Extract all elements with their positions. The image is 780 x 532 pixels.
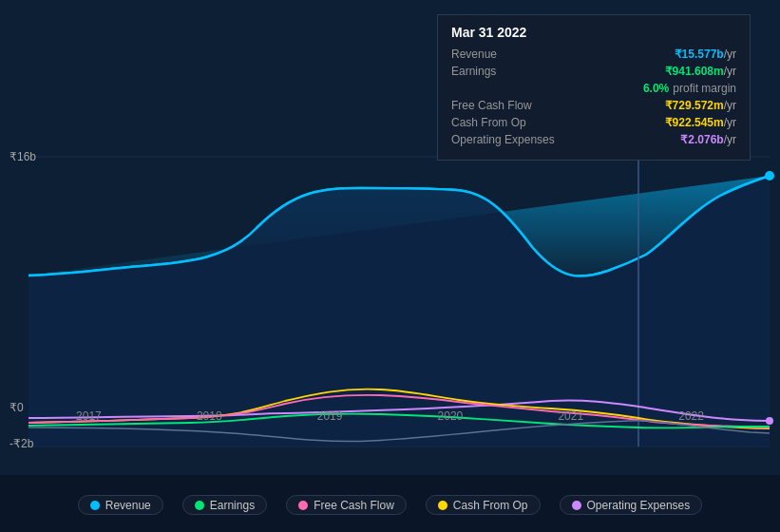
tooltip-earnings-value: ₹941.608m/yr [665,65,736,78]
legend-cfo-dot [438,501,447,510]
chart-legend: Revenue Earnings Free Cash Flow Cash Fro… [0,487,780,522]
legend-fcf-dot [298,501,308,510]
x-label-2018: 2018 [197,409,222,423]
legend-earnings-label: Earnings [210,499,255,512]
y-axis-bottom-label: -₹2b [10,437,33,450]
legend-opex-dot [572,501,581,510]
tooltip-fcf-label: Free Cash Flow [451,99,532,112]
chart-area: ₹16b ₹0 -₹2b Mar 31 2022 Revenue ₹15.577… [0,0,780,475]
legend-opex-label: Operating Expenses [587,499,691,512]
legend-cfo-label: Cash From Op [453,499,528,512]
profit-margin-value: 6.0% [643,82,669,95]
tooltip-revenue-value: ₹15.577b/yr [675,48,736,61]
tooltip-box: Mar 31 2022 Revenue ₹15.577b/yr Earnings… [437,14,751,161]
tooltip-revenue-label: Revenue [451,48,497,61]
x-label-2019: 2019 [317,409,343,423]
legend-cfo[interactable]: Cash From Op [426,495,541,515]
tooltip-cfo-row: Cash From Op ₹922.545m/yr [451,116,736,129]
x-label-2021: 2021 [558,409,583,423]
profit-margin-label: profit margin [673,82,736,95]
tooltip-opex-row: Operating Expenses ₹2.076b/yr [451,133,736,146]
tooltip-earnings-label: Earnings [451,65,496,78]
x-label-2022: 2022 [678,409,704,423]
tooltip-revenue-row: Revenue ₹15.577b/yr [451,48,736,61]
legend-fcf[interactable]: Free Cash Flow [286,495,407,515]
tooltip-opex-value: ₹2.076b/yr [680,133,736,146]
legend-earnings[interactable]: Earnings [182,495,267,515]
tooltip-earnings-row: Earnings ₹941.608m/yr [451,65,736,78]
svg-point-5 [765,171,774,180]
legend-revenue-label: Revenue [105,499,151,512]
x-label-2017: 2017 [76,409,102,423]
tooltip-fcf-row: Free Cash Flow ₹729.572m/yr [451,99,736,112]
legend-revenue-dot [90,501,100,510]
tooltip-cfo-label: Cash From Op [451,116,526,129]
legend-revenue[interactable]: Revenue [78,495,163,515]
legend-earnings-dot [195,501,204,510]
y-axis-top-label: ₹16b [10,150,36,163]
profit-margin-row: 6.0% profit margin [451,82,736,95]
legend-opex[interactable]: Operating Expenses [560,495,703,515]
tooltip-opex-label: Operating Expenses [451,133,555,146]
x-label-2020: 2020 [438,409,464,423]
tooltip-date: Mar 31 2022 [451,25,736,40]
tooltip-cfo-value: ₹922.545m/yr [665,116,736,129]
legend-fcf-label: Free Cash Flow [314,499,394,512]
x-axis: 2017 2018 2019 2020 2021 2022 [0,409,780,423]
tooltip-fcf-value: ₹729.572m/yr [665,99,736,112]
